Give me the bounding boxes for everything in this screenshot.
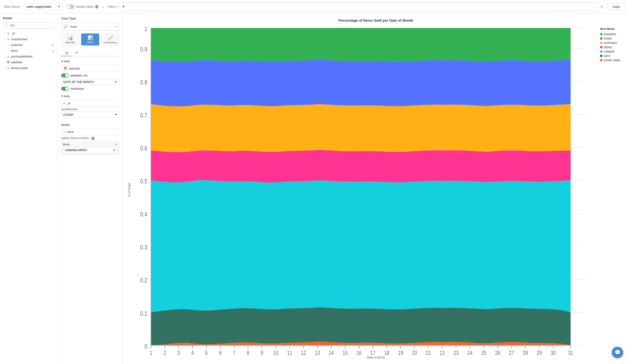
- chart-mode-continuous[interactable]: 📈 Continuous: [101, 33, 119, 45]
- svg-text:17: 17: [370, 350, 375, 355]
- chart-legend: Item Name backpack binder envelopes lapt…: [600, 25, 624, 355]
- settings-panel: Chart Type 📈 Area ▾ 📊 Discrete 📊 100% 📈 …: [58, 13, 123, 364]
- binning-toggle[interactable]: [61, 73, 69, 78]
- series-field-pill[interactable]: A name: [61, 128, 119, 135]
- svg-text:27: 27: [509, 350, 514, 355]
- array-reductions-label: ARRAY REDUCTIONS i i: [61, 137, 119, 140]
- tab-data[interactable]: 📊: [61, 49, 72, 56]
- discrete-icon: 📊: [62, 35, 78, 40]
- field-item-storelocation[interactable]: ⠿ A storeLocation: [3, 65, 55, 71]
- svg-text:28: 28: [523, 350, 528, 355]
- svg-text:16: 16: [356, 350, 361, 355]
- svg-text:0.2: 0.2: [140, 277, 147, 284]
- chart-inner: 0 0.1 0.2 0.3 0.4 0.5 0.6 0.7 0.8 0.9 1: [133, 25, 595, 355]
- svg-text:13: 13: [315, 350, 320, 355]
- array-reductions-info-icon[interactable]: i: [91, 137, 95, 140]
- chart-mode-100pct[interactable]: 📊 100%: [81, 33, 99, 45]
- drag-handle-storelocation: ⠿: [4, 67, 5, 70]
- field-name-customer: customer: [11, 43, 23, 47]
- periodic-toggle-row: PERIODIC: [61, 87, 119, 91]
- svg-text:22: 22: [440, 350, 445, 355]
- filters-group: Filters i ▼ ✕: [108, 2, 604, 11]
- continuous-icon: 📈: [102, 35, 118, 40]
- drag-handle-items: ⠿: [4, 50, 5, 52]
- sample-mode-info-icon[interactable]: i: [95, 5, 99, 8]
- svg-text:11: 11: [287, 350, 292, 355]
- x-axis-section: X Axis 📅 saleDate BINNING ON DATE OF THE…: [61, 60, 119, 91]
- binning-toggle-row: BINNING ON: [61, 73, 119, 78]
- x-axis-title: X Axis: [61, 60, 119, 63]
- fields-title: Fields: [3, 16, 55, 20]
- tab-settings-icon: ⚙: [75, 51, 78, 54]
- legend-dot-pens: [600, 55, 603, 57]
- sample-mode-group: Sample Mode i: [66, 4, 99, 9]
- y-axis-field-pill[interactable]: # _id: [61, 100, 119, 107]
- svg-text:30: 30: [550, 350, 556, 355]
- 100pct-label: 100%: [87, 41, 93, 44]
- legend-label-laptop: laptop: [604, 45, 612, 49]
- y-axis-label: % of Sales: [128, 25, 131, 355]
- x-axis-field-name: saleDate: [69, 67, 80, 70]
- field-item-couponused[interactable]: ⠿ A couponUsed: [3, 36, 55, 42]
- legend-item-printer-paper: printer paper: [600, 58, 624, 62]
- svg-text:0.3: 0.3: [140, 244, 147, 251]
- array-item-wrap: items ⊞ UNWIND ARRAY: [61, 141, 119, 154]
- x-axis-field-icon: 📅: [63, 67, 67, 70]
- chart-area: Percentage of Items Sold per Date of Mon…: [123, 13, 629, 364]
- chat-button[interactable]: 💬: [612, 347, 623, 358]
- svg-text:31: 31: [568, 350, 573, 355]
- field-item-purchasemethod[interactable]: ⠿ A purchaseMethod: [3, 54, 55, 59]
- filter-input-wrap[interactable]: ▼: [119, 2, 598, 11]
- legend-item-pens: pens: [600, 54, 624, 58]
- discrete-label: Discrete: [65, 41, 75, 44]
- date-bin-select[interactable]: DATE OF THE MONTH: [61, 79, 119, 85]
- clear-filter-icon[interactable]: ✕: [600, 4, 603, 9]
- field-item-items[interactable]: ⠿ › items []: [3, 48, 55, 54]
- chevron-double-icon: »: [102, 5, 104, 9]
- legend-item-binder: binder: [600, 37, 624, 40]
- chart-type-selector[interactable]: 📈 Area ▾: [61, 23, 119, 31]
- x-axis-label: Date of Month: [128, 356, 624, 359]
- binning-label: BINNING ON: [71, 74, 87, 77]
- filters-label: Filters i: [108, 5, 118, 8]
- svg-text:20: 20: [412, 350, 417, 355]
- field-item-id[interactable]: ⠿ A _id: [3, 31, 55, 36]
- periodic-label: PERIODIC: [71, 87, 84, 90]
- legend-item-notepad: notepad: [600, 50, 624, 53]
- expand-array-icon[interactable]: ⊞: [115, 143, 118, 146]
- data-source-select[interactable]: sales.supplySales: [24, 3, 62, 10]
- fields-filter-input[interactable]: [3, 22, 55, 29]
- field-type-storelocation: A: [6, 67, 10, 70]
- settings-tabs: 📊 ⚙: [61, 49, 119, 56]
- continuous-label: Continuous: [104, 41, 117, 44]
- drag-handle-purchasemethod: ⠿: [4, 55, 5, 58]
- field-name-id: _id: [11, 32, 15, 35]
- tab-settings[interactable]: ⚙: [72, 49, 81, 56]
- legend-label-envelopes: envelopes: [604, 41, 617, 45]
- svg-text:0.4: 0.4: [140, 211, 147, 218]
- drag-handle-customer: ⠿: [4, 44, 5, 46]
- svg-text:1: 1: [150, 350, 152, 355]
- legend-dot-notepad: [600, 50, 603, 53]
- chart-mode-discrete[interactable]: 📊 Discrete: [61, 33, 79, 45]
- legend-item-backpack: backpack: [600, 32, 624, 36]
- field-type-id: A: [6, 32, 10, 35]
- svg-text:0.6: 0.6: [140, 145, 147, 152]
- aggregate-select[interactable]: COUNT: [61, 112, 119, 118]
- x-axis-field-pill[interactable]: 📅 saleDate: [61, 65, 119, 72]
- sample-mode-toggle[interactable]: [66, 4, 74, 9]
- main-layout: Fields ⠿ A _id ⠿ A couponUsed ⠿ › custom…: [0, 13, 629, 364]
- apply-button[interactable]: Apply: [607, 3, 625, 10]
- chart-container: % of Sales 0 0.1 0.2 0.3 0.4 0.5 0.6 0.7…: [128, 25, 624, 355]
- data-source-label: Data Source: [4, 5, 20, 8]
- field-name-couponused: couponUsed: [11, 38, 27, 41]
- periodic-toggle[interactable]: [61, 87, 69, 91]
- svg-text:0.1: 0.1: [140, 310, 147, 317]
- field-badge-customer: {}: [52, 44, 54, 46]
- svg-text:4: 4: [191, 350, 194, 355]
- field-item-customer[interactable]: ⠿ › customer {}: [3, 42, 55, 48]
- field-item-saledate[interactable]: ⠿ 📅 saleDate: [3, 59, 55, 65]
- svg-text:0: 0: [145, 343, 147, 350]
- array-reduction-select[interactable]: UNWIND ARRAY: [63, 147, 118, 153]
- svg-text:25: 25: [481, 350, 486, 355]
